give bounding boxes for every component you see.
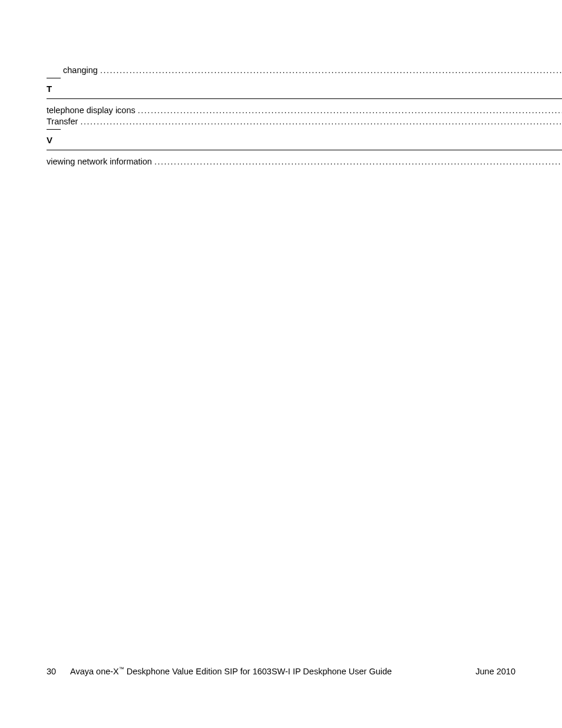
footer-page-number: 30 (47, 667, 70, 676)
footer-title-post: Deskphone Value Edition SIP for 1603SW-I… (124, 667, 392, 676)
section-divider: T (47, 77, 562, 99)
footer-title-pre: Avaya one-X (70, 667, 119, 676)
leader-dots (138, 105, 562, 117)
leader-dots (80, 116, 562, 128)
index-column-left: changing 26 T telephone display icons 10… (47, 65, 562, 168)
index-entry: changing 26 (47, 65, 562, 77)
leader-dots (154, 156, 562, 168)
index-entry: telephone display icons 10 (47, 105, 562, 117)
index-entry-label: viewing network information (47, 156, 152, 168)
index-entry-label: changing (63, 65, 98, 77)
index-entry-label: Transfer (47, 116, 78, 128)
section-divider: V (47, 128, 562, 150)
trademark-symbol: ™ (119, 666, 124, 672)
footer-title: Avaya one-X™ Deskphone Value Edition SIP… (70, 666, 475, 676)
index-entry: Transfer 18 (47, 116, 562, 128)
leader-dots (100, 65, 562, 77)
index-entry-label: telephone display icons (47, 105, 135, 117)
index-columns: changing 26 T telephone display icons 10… (47, 65, 515, 168)
document-page: changing 26 T telephone display icons 10… (0, 0, 562, 728)
page-footer: 30 Avaya one-X™ Deskphone Value Edition … (47, 666, 515, 676)
section-heading-v: V (47, 131, 52, 149)
index-entry: viewing network information 28 (47, 156, 562, 168)
footer-date: June 2010 (475, 667, 515, 676)
section-heading-t: T (47, 80, 52, 97)
